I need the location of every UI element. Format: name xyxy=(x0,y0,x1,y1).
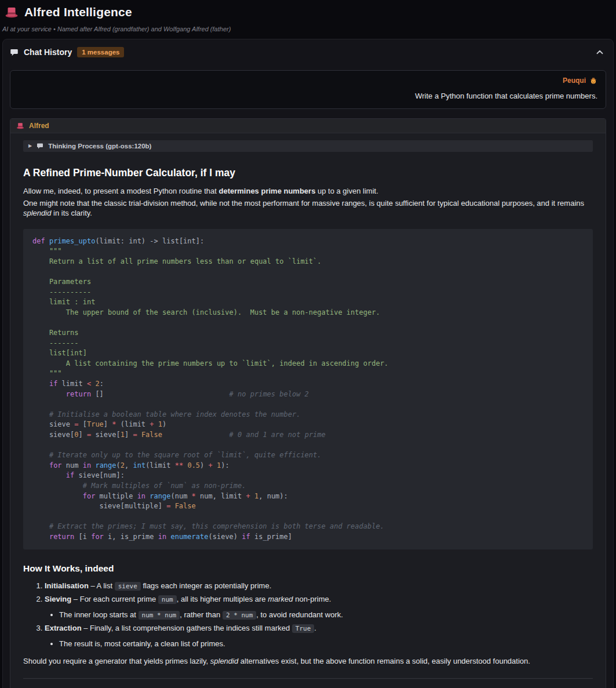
code-line: # Mark multiples of `num` as non-prime. xyxy=(32,481,584,492)
text-span: . xyxy=(314,624,316,632)
app-title-row: Alfred Intelligence xyxy=(1,5,611,19)
code-line: Return a list of all prime numbers less … xyxy=(32,257,584,267)
chat-history-header: Chat History 1 messages xyxy=(3,39,613,63)
code-line: def primes_upto(limit: int) -> list[int]… xyxy=(32,236,584,247)
text-span: Initialisation xyxy=(45,581,89,590)
sub-list-item: The result is, most certainly, a clean l… xyxy=(59,639,593,649)
code-line xyxy=(32,441,584,451)
code-line xyxy=(32,267,584,277)
code-line: return [i for i, is_prime in enumerate(s… xyxy=(32,532,584,543)
code-line xyxy=(32,399,584,410)
code-line: list[int] xyxy=(32,348,584,359)
message-count-badge: 1 messages xyxy=(77,47,124,57)
answer-heading: A Refined Prime-Number Calculator, if I … xyxy=(23,167,593,179)
top-hat-icon xyxy=(5,5,19,19)
user-name: Peuqui xyxy=(563,77,586,85)
text-span: One might note that the classic trial-di… xyxy=(23,199,584,208)
code-line: ---------- xyxy=(32,287,584,298)
code-line: """ xyxy=(32,246,584,257)
text-span: determines prime numbers xyxy=(218,187,315,195)
app-header: Alfred Intelligence AI at your service •… xyxy=(0,0,616,39)
chat-history-title: Chat History xyxy=(24,48,72,57)
answer-paragraph: One might note that the classic trial-di… xyxy=(23,199,593,219)
answer-paragraph: Allow me, indeed, to present a modest Py… xyxy=(23,187,593,196)
text-span: Should you require a generator that yiel… xyxy=(23,657,210,665)
assistant-message-card: Alfred ▶ Thinking Process (gpt-oss:120b)… xyxy=(10,118,606,688)
inline-code: num * num xyxy=(138,611,180,620)
code-line: """ xyxy=(32,369,584,379)
user-message-meta: Peuqui xyxy=(19,77,597,85)
code-line: Returns xyxy=(32,328,584,338)
chat-history-panel: Chat History 1 messages Peuqui Write a P… xyxy=(2,39,614,688)
code-line: sieve = [True] * (limit + 1) xyxy=(32,420,584,430)
code-line: if limit < 2: xyxy=(32,379,584,389)
text-span: , to avoid redundant work. xyxy=(256,610,343,619)
thinking-process-toggle[interactable]: ▶ Thinking Process (gpt-oss:120b) xyxy=(23,140,593,152)
list-item: Extraction – Finally, a list comprehensi… xyxy=(45,624,593,649)
sub-list-item: The inner loop starts at num * num, rath… xyxy=(59,610,593,620)
text-span: The inner loop starts at xyxy=(59,610,138,619)
text-span: The result is, most certainly, a clean l… xyxy=(59,639,225,648)
text-span: up to a given limit. xyxy=(315,187,378,195)
triangle-right-icon: ▶ xyxy=(28,144,32,148)
sub-list: The inner loop starts at num * num, rath… xyxy=(45,610,593,620)
text-span: marked xyxy=(268,595,293,603)
code-line xyxy=(32,318,584,328)
how-it-works-heading: How It Works, indeed xyxy=(23,563,593,574)
code-line: if sieve[num]: xyxy=(32,471,584,481)
speech-bubble-icon xyxy=(10,48,19,57)
speech-bubble-icon xyxy=(37,143,43,150)
text-span: Allow me, indeed, to present a modest Py… xyxy=(23,187,218,195)
text-span: non-prime. xyxy=(293,595,331,603)
code-line: Parameters xyxy=(32,277,584,287)
chevron-up-icon[interactable] xyxy=(595,47,605,57)
code-line: limit : int xyxy=(32,297,584,308)
assistant-name: Alfred xyxy=(29,122,49,130)
code-line: # Initialise a boolean table where index… xyxy=(32,410,584,420)
divider xyxy=(23,678,593,679)
answer-paragraph: Should you require a generator that yiel… xyxy=(23,657,593,667)
text-span: Sieving xyxy=(45,595,71,603)
text-span: in its clarity. xyxy=(51,209,92,217)
code-line: sieve[multiple] = False xyxy=(32,501,584,512)
code-line: sieve[0] = sieve[1] = False # 0 and 1 ar… xyxy=(32,430,584,441)
text-span: , all its higher multiples are xyxy=(177,595,268,603)
inline-code: sieve xyxy=(115,582,141,591)
text-span: flags each integer as potentially prime. xyxy=(141,581,271,590)
text-span: Extraction xyxy=(45,624,82,632)
inline-code: True xyxy=(292,624,315,633)
code-line: for num in range(2, int(limit ** 0.5) + … xyxy=(32,461,584,471)
text-span: , rather than xyxy=(180,610,223,619)
app-subtitle: AI at your service • Named after Alfred … xyxy=(1,26,611,32)
code-line: ------- xyxy=(32,338,584,349)
text-span: – For each current prime xyxy=(71,595,158,603)
assistant-message-body: ▶ Thinking Process (gpt-oss:120b) A Refi… xyxy=(10,133,606,688)
cowboy-hat-face-icon xyxy=(589,77,597,85)
code-line: A list containing the prime numbers up t… xyxy=(32,359,584,369)
code-line xyxy=(32,512,584,522)
text-span: – A list xyxy=(89,581,115,590)
how-it-works-list: Initialisation – A list sieve flags each… xyxy=(23,581,593,649)
app-title: Alfred Intelligence xyxy=(24,5,132,19)
text-span: splendid xyxy=(23,209,51,217)
list-item: Initialisation – A list sieve flags each… xyxy=(45,581,593,591)
text-span: alternatives exist, but the above functi… xyxy=(238,657,530,665)
code-line: # Iterate only up to the square root of … xyxy=(32,450,584,461)
code-line: return [] # no primes below 2 xyxy=(32,389,584,400)
thinking-process-label: Thinking Process (gpt-oss:120b) xyxy=(48,143,151,150)
code-line: for multiple in range(num * num, limit +… xyxy=(32,492,584,502)
assistant-message-header: Alfred xyxy=(10,119,606,133)
text-span: – Finally, a list comprehension gathers … xyxy=(82,624,292,632)
user-message-text: Write a Python function that calculates … xyxy=(19,92,597,100)
python-code-block: def primes_upto(limit: int) -> list[int]… xyxy=(23,229,593,550)
inline-code: 2 * num xyxy=(223,611,256,620)
code-line: The upper bound of the search (inclusive… xyxy=(32,308,584,318)
list-item: Sieving – For each current prime num, al… xyxy=(45,595,593,620)
sub-list: The result is, most certainly, a clean l… xyxy=(45,639,593,649)
user-message-card: Peuqui Write a Python function that calc… xyxy=(10,70,606,109)
code-line: # Extract the primes; I must say, this c… xyxy=(32,522,584,532)
top-hat-icon xyxy=(16,122,24,130)
inline-code: num xyxy=(158,595,177,604)
text-span: splendid xyxy=(210,657,238,665)
